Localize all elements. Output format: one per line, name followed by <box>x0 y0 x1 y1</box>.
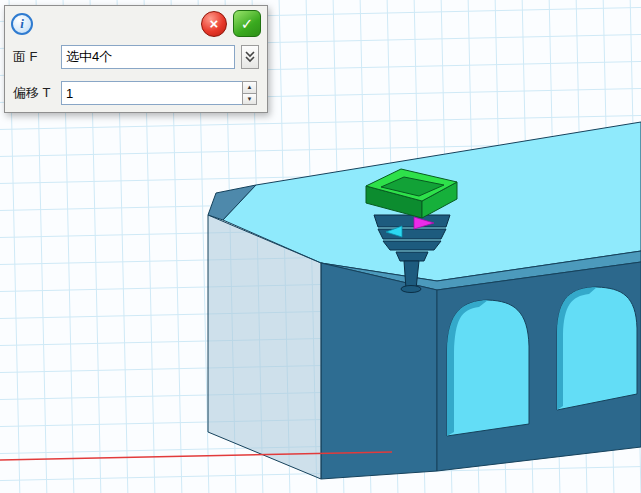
expand-selection-button[interactable] <box>241 45 259 69</box>
fitting-flange-2[interactable] <box>378 229 446 239</box>
cancel-button[interactable]: × <box>201 11 227 37</box>
face-selection-row: 面 F <box>5 40 267 76</box>
confirm-button[interactable]: ✓ <box>233 10 261 37</box>
double-chevron-down-icon <box>244 50 256 64</box>
cancel-icon: × <box>210 16 219 31</box>
fitting-flange-1[interactable] <box>374 215 450 227</box>
spinner-down-button[interactable]: ▼ <box>242 94 257 106</box>
offset-row: 偏移 T ▲ ▼ <box>5 76 267 112</box>
cad-viewport[interactable]: i × ✓ 面 F 偏移 T <box>0 0 641 493</box>
feature-dialog: i × ✓ 面 F 偏移 T <box>4 5 268 113</box>
fitting-base[interactable] <box>401 286 421 293</box>
fitting-stem[interactable] <box>404 261 419 289</box>
offset-spinners: ▲ ▼ <box>242 81 257 105</box>
info-icon-glyph: i <box>20 16 24 32</box>
fitting-flange-3[interactable] <box>383 241 441 250</box>
model-front-face-left[interactable] <box>321 263 437 479</box>
check-icon: ✓ <box>241 16 254 31</box>
face-label: 面 F <box>13 48 55 66</box>
spinner-up-button[interactable]: ▲ <box>242 81 257 94</box>
face-selection-input[interactable] <box>61 45 235 69</box>
offset-label: 偏移 T <box>13 84 55 102</box>
fitting-neck[interactable] <box>396 252 428 261</box>
info-icon: i <box>11 13 33 35</box>
dialog-header: i × ✓ <box>5 6 267 40</box>
offset-spinbox: ▲ ▼ <box>61 81 257 105</box>
arch-opening-2[interactable] <box>557 287 637 410</box>
arch-opening-1[interactable] <box>447 300 529 436</box>
offset-value-input[interactable] <box>61 81 247 105</box>
